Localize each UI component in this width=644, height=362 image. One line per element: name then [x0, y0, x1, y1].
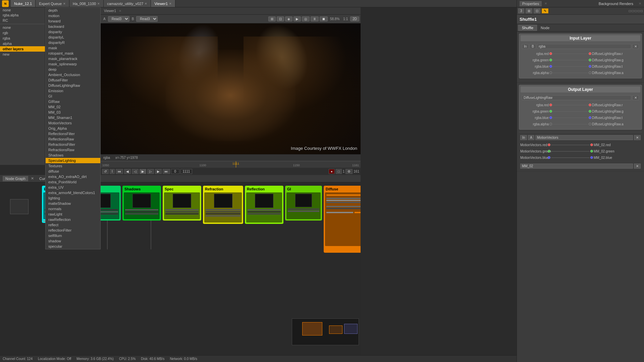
frame-input[interactable]	[171, 169, 179, 174]
node-diffuse[interactable]: Diffuse	[324, 186, 361, 253]
layer-a-select[interactable]: MotionVectors	[535, 135, 633, 140]
dropdown-disparityR[interactable]: disparityR	[46, 40, 100, 45]
dropdown-extra-ao[interactable]: extra_AO_extraAO_dirt	[46, 174, 100, 179]
dropdown-mm03[interactable]: MM_03	[46, 110, 100, 115]
output-layer-select[interactable]: DiffuseLightingRaw	[522, 95, 631, 100]
play-btn[interactable]: ▶	[140, 169, 146, 174]
dropdown-diffuse[interactable]: diffuse	[46, 169, 100, 174]
dropdown-orig-alpha[interactable]: Orig_Alpha	[46, 126, 100, 131]
layer-b-select[interactable]: rgba	[537, 44, 631, 49]
dropdown-raw-light[interactable]: rawLight	[46, 212, 100, 217]
node-thumbnail[interactable]	[10, 199, 29, 214]
dropdown-ambient-occlusion[interactable]: Ambient_Occlusion	[46, 72, 100, 77]
node-reflection[interactable]: Reflection	[245, 186, 283, 224]
tab-viewer1[interactable]: Viewer1 ✕	[151, 0, 175, 7]
node-shadows[interactable]: Shadows	[122, 186, 161, 221]
timeline-settings[interactable]: ⚙	[345, 169, 353, 174]
dropdown-textures[interactable]: Textures	[46, 163, 100, 169]
tab-properties[interactable]: Properties	[520, 1, 542, 6]
viewer-icon-7[interactable]: ⏹	[320, 16, 328, 21]
next-frame-btn[interactable]: ▶	[155, 169, 162, 174]
tab-viewer1-close[interactable]: ✕	[169, 2, 172, 5]
layer-rgb[interactable]: rgb	[0, 30, 45, 36]
dropdown-shadows[interactable]: Shadows	[46, 153, 100, 158]
layer-a-btn[interactable]: ✕	[634, 135, 641, 140]
dropdown-disparity[interactable]: disparity	[46, 29, 100, 35]
skip-start-btn[interactable]: ⏮	[116, 169, 123, 174]
tab-ha008[interactable]: Ha_008_1100 ✕	[69, 0, 104, 7]
dropdown-motion[interactable]: motion	[46, 13, 100, 18]
node-gi[interactable]: GI	[285, 186, 322, 221]
dropdown-mask[interactable]: mask	[46, 45, 100, 51]
dropdown-gi[interactable]: GI	[46, 94, 100, 99]
dropdown-diffuse-lighting-raw[interactable]: DiffuseLightingRaw	[46, 83, 100, 88]
props-icon4[interactable]: ✎	[542, 8, 548, 13]
props-icon3[interactable]: ⊡	[534, 8, 540, 13]
mm02-out-btn[interactable]: ✕	[634, 164, 641, 169]
dropdown-shadow[interactable]: shadow	[46, 238, 100, 244]
node-spec[interactable]: Spec	[163, 186, 201, 221]
layer-rgba[interactable]: rgba	[0, 36, 45, 41]
dropdown-normals[interactable]: normals	[46, 206, 100, 212]
layer-b-btn[interactable]: ✕	[632, 44, 639, 49]
layer-rc[interactable]: RC	[0, 18, 45, 23]
viewer-icon-1[interactable]: ⊞	[268, 16, 276, 21]
tab-ha008-close[interactable]: ✕	[97, 2, 100, 5]
dropdown-mask-splinewarp[interactable]: mask_splinewarp	[46, 61, 100, 67]
dropdown-raw-reflection[interactable]: rawReflection	[46, 217, 100, 222]
viewer-close[interactable]: ✕	[119, 9, 121, 13]
dropdown-extra-pointworld[interactable]: extra_PointWorld	[46, 179, 100, 185]
tab-nuke[interactable]: Nuke_12.1	[11, 0, 36, 7]
skip-end-btn[interactable]: ⏭	[163, 169, 170, 174]
dropdown-extra-armor[interactable]: extra_armorM_blendColors1	[46, 190, 100, 195]
props-icon2[interactable]: ⊞	[526, 8, 532, 13]
node-graph-close[interactable]: ✕	[31, 176, 34, 181]
dropdown-diffuse-filter[interactable]: DiffuseFilter	[46, 77, 100, 83]
viewer-icon-2[interactable]: ⊡	[277, 16, 284, 21]
next-btn[interactable]: ▷	[147, 169, 154, 174]
cache-btn[interactable]: □	[336, 169, 342, 174]
tab-node[interactable]: Node	[537, 25, 553, 31]
dropdown-disparityL[interactable]: disparityL	[46, 35, 100, 40]
dropdown-backward[interactable]: backward	[46, 24, 100, 29]
mark-in-btn[interactable]: I	[110, 169, 115, 174]
tab-camazotz[interactable]: camazotz_utility_v027 ✕	[104, 0, 151, 7]
view-2d-btn[interactable]: 2D	[350, 16, 359, 21]
dropdown-reflection-filter[interactable]: reflectionFilter	[46, 228, 100, 233]
current-frame-input[interactable]	[180, 169, 192, 174]
dropdown-depth[interactable]: depth	[46, 8, 100, 13]
props-icon1[interactable]: 3	[518, 8, 524, 13]
tab-camazotz-close[interactable]: ✕	[145, 2, 147, 5]
layer-rgba-alpha[interactable]: rgba.alpha	[0, 13, 45, 18]
prev-btn[interactable]: ◁	[132, 169, 139, 174]
dropdown-matte-shadow[interactable]: matteShadow	[46, 201, 100, 206]
dropdown-motion-vectors[interactable]: MotionVectors	[46, 120, 100, 126]
dropdown-mm02[interactable]: MM_02	[46, 104, 100, 110]
tab-expert-queue[interactable]: Expert Queue ✕	[36, 0, 69, 7]
dropdown-extra-uv[interactable]: extra_UV	[46, 185, 100, 190]
dropdown-deep[interactable]: deep	[46, 67, 100, 72]
layer-new[interactable]: new	[0, 52, 45, 57]
layer-none[interactable]: none	[0, 7, 45, 13]
properties-close[interactable]: ✕	[544, 2, 547, 5]
node-refraction[interactable]: Refraction	[203, 186, 243, 224]
dropdown-reflections-filter[interactable]: ReflectionsFilter	[46, 131, 100, 136]
tab-expert-queue-close[interactable]: ✕	[63, 2, 66, 5]
prev-frame-btn[interactable]: ◀	[124, 169, 131, 174]
dropdown-rotopaint[interactable]: rotopaint_mask	[46, 51, 100, 56]
dropdown-emission[interactable]: Emission	[46, 88, 100, 94]
tab-shuffle[interactable]: Shuffle	[518, 25, 537, 31]
dropdown-refractions-filter[interactable]: RefractionsFilter	[46, 142, 100, 147]
dropdown-forward[interactable]: forward	[46, 18, 100, 24]
dropdown-self-illum[interactable]: selfIllum	[46, 233, 100, 238]
dropdown-refractions-raw[interactable]: RefractionsRaw	[46, 147, 100, 153]
viewer-icon-5[interactable]: ◎	[302, 16, 310, 21]
dropdown-specular-lighting[interactable]: SpecularLighting	[46, 158, 100, 163]
dropdown-specular[interactable]: specular	[46, 244, 100, 249]
bg-renders-close[interactable]: ✕	[639, 2, 641, 5]
input-a-select[interactable]: Read3	[108, 16, 129, 22]
viewer-icon-3[interactable]: ◈	[285, 16, 292, 21]
dropdown-mask-planartrack[interactable]: mask_planartrack	[46, 56, 100, 61]
dropdown-mm-shaman1[interactable]: MM_Shaman1	[46, 115, 100, 120]
input-b-select[interactable]: Read3	[136, 16, 158, 22]
